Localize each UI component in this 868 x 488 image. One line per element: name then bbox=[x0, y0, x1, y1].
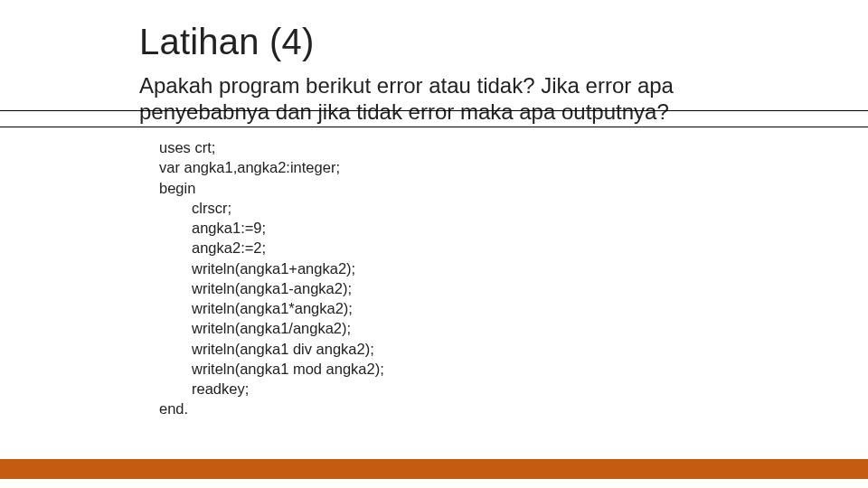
code-line: writeln(angka1*angka2); bbox=[159, 298, 384, 318]
code-line: clrscr; bbox=[159, 198, 384, 218]
code-line: end. bbox=[159, 399, 384, 418]
code-line: writeln(angka1/angka2); bbox=[159, 318, 384, 338]
code-line: angka2:=2; bbox=[159, 238, 384, 258]
code-line: begin bbox=[159, 178, 384, 198]
slide-title: Latihan (4) bbox=[139, 22, 314, 62]
slide-subtitle: Apakah program berikut error atau tidak?… bbox=[139, 72, 790, 126]
footer-accent-bar bbox=[0, 459, 868, 479]
code-line: readkey; bbox=[159, 379, 384, 399]
code-line: writeln(angka1 div angka2); bbox=[159, 339, 384, 359]
code-line: writeln(angka1 mod angka2); bbox=[159, 359, 384, 379]
code-line: uses crt; bbox=[159, 137, 384, 157]
code-line: writeln(angka1+angka2); bbox=[159, 258, 384, 278]
code-line: var angka1,angka2:integer; bbox=[159, 157, 384, 177]
horizontal-rule-top bbox=[0, 110, 868, 111]
code-block: uses crt; var angka1,angka2:integer; beg… bbox=[159, 137, 384, 419]
horizontal-rule-bottom bbox=[0, 127, 868, 127]
code-line: writeln(angka1-angka2); bbox=[159, 278, 384, 298]
code-line: angka1:=9; bbox=[159, 218, 384, 238]
